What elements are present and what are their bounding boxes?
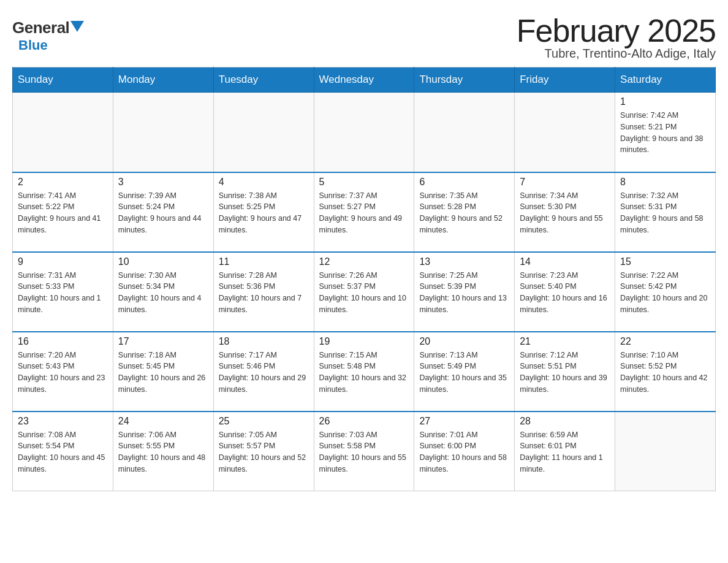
col-saturday: Saturday (615, 67, 716, 93)
table-row: 12Sunrise: 7:26 AMSunset: 5:37 PMDayligh… (314, 252, 414, 332)
table-row: 10Sunrise: 7:30 AMSunset: 5:34 PMDayligh… (113, 252, 213, 332)
day-number: 17 (118, 336, 208, 347)
day-info: Sunrise: 7:31 AMSunset: 5:33 PMDaylight:… (18, 270, 108, 316)
day-number: 1 (620, 96, 710, 107)
table-row: 13Sunrise: 7:25 AMSunset: 5:39 PMDayligh… (414, 252, 515, 332)
calendar-header-row: Sunday Monday Tuesday Wednesday Thursday… (13, 67, 716, 93)
day-info: Sunrise: 7:06 AMSunset: 5:55 PMDaylight:… (118, 429, 208, 475)
day-number: 4 (219, 177, 309, 188)
logo: General Blue (12, 12, 84, 53)
day-number: 14 (520, 256, 610, 267)
table-row (113, 93, 213, 172)
month-title: February 2025 (517, 12, 716, 49)
day-number: 13 (419, 256, 509, 267)
table-row: 18Sunrise: 7:17 AMSunset: 5:46 PMDayligh… (213, 332, 314, 412)
table-row: 14Sunrise: 7:23 AMSunset: 5:40 PMDayligh… (515, 252, 615, 332)
day-info: Sunrise: 7:03 AMSunset: 5:58 PMDaylight:… (319, 429, 409, 475)
day-info: Sunrise: 7:32 AMSunset: 5:31 PMDaylight:… (620, 190, 710, 236)
col-sunday: Sunday (13, 67, 113, 93)
table-row (414, 93, 515, 172)
table-row: 22Sunrise: 7:10 AMSunset: 5:52 PMDayligh… (615, 332, 716, 412)
day-info: Sunrise: 7:13 AMSunset: 5:49 PMDaylight:… (419, 350, 509, 396)
day-info: Sunrise: 7:12 AMSunset: 5:51 PMDaylight:… (520, 350, 610, 396)
day-number: 7 (520, 177, 610, 188)
table-row: 1Sunrise: 7:42 AMSunset: 5:21 PMDaylight… (615, 93, 716, 172)
table-row: 9Sunrise: 7:31 AMSunset: 5:33 PMDaylight… (13, 252, 113, 332)
col-tuesday: Tuesday (213, 67, 314, 93)
day-info: Sunrise: 7:30 AMSunset: 5:34 PMDaylight:… (118, 270, 208, 316)
col-wednesday: Wednesday (314, 67, 414, 93)
day-number: 24 (118, 416, 208, 427)
col-thursday: Thursday (414, 67, 515, 93)
day-number: 25 (219, 416, 309, 427)
calendar-week-row: 1Sunrise: 7:42 AMSunset: 5:21 PMDaylight… (13, 93, 716, 172)
day-number: 10 (118, 256, 208, 267)
table-row: 28Sunrise: 6:59 AMSunset: 6:01 PMDayligh… (515, 412, 615, 491)
day-info: Sunrise: 7:38 AMSunset: 5:25 PMDaylight:… (219, 190, 309, 236)
day-number: 9 (18, 256, 108, 267)
table-row: 19Sunrise: 7:15 AMSunset: 5:48 PMDayligh… (314, 332, 414, 412)
title-block: February 2025 Tubre, Trentino-Alto Adige… (517, 12, 716, 61)
table-row: 8Sunrise: 7:32 AMSunset: 5:31 PMDaylight… (615, 172, 716, 252)
table-row: 17Sunrise: 7:18 AMSunset: 5:45 PMDayligh… (113, 332, 213, 412)
calendar-table: Sunday Monday Tuesday Wednesday Thursday… (12, 67, 716, 491)
day-number: 11 (219, 256, 309, 267)
table-row (213, 93, 314, 172)
table-row: 2Sunrise: 7:41 AMSunset: 5:22 PMDaylight… (13, 172, 113, 252)
table-row: 5Sunrise: 7:37 AMSunset: 5:27 PMDaylight… (314, 172, 414, 252)
table-row (13, 93, 113, 172)
day-info: Sunrise: 7:28 AMSunset: 5:36 PMDaylight:… (219, 270, 309, 316)
table-row (615, 412, 716, 491)
calendar-week-row: 2Sunrise: 7:41 AMSunset: 5:22 PMDaylight… (13, 172, 716, 252)
col-friday: Friday (515, 67, 615, 93)
table-row: 24Sunrise: 7:06 AMSunset: 5:55 PMDayligh… (113, 412, 213, 491)
day-number: 2 (18, 177, 108, 188)
day-info: Sunrise: 7:05 AMSunset: 5:57 PMDaylight:… (219, 429, 309, 475)
table-row: 3Sunrise: 7:39 AMSunset: 5:24 PMDaylight… (113, 172, 213, 252)
day-info: Sunrise: 7:39 AMSunset: 5:24 PMDaylight:… (118, 190, 208, 236)
table-row (515, 93, 615, 172)
table-row: 23Sunrise: 7:08 AMSunset: 5:54 PMDayligh… (13, 412, 113, 491)
day-number: 28 (520, 416, 610, 427)
day-number: 27 (419, 416, 509, 427)
day-number: 16 (18, 336, 108, 347)
col-monday: Monday (113, 67, 213, 93)
day-info: Sunrise: 6:59 AMSunset: 6:01 PMDaylight:… (520, 429, 610, 475)
table-row: 7Sunrise: 7:34 AMSunset: 5:30 PMDaylight… (515, 172, 615, 252)
day-info: Sunrise: 7:25 AMSunset: 5:39 PMDaylight:… (419, 270, 509, 316)
svg-marker-0 (70, 21, 84, 32)
logo-triangle-icon (70, 21, 84, 34)
day-info: Sunrise: 7:26 AMSunset: 5:37 PMDaylight:… (319, 270, 409, 316)
table-row: 11Sunrise: 7:28 AMSunset: 5:36 PMDayligh… (213, 252, 314, 332)
day-info: Sunrise: 7:20 AMSunset: 5:43 PMDaylight:… (18, 350, 108, 396)
day-number: 3 (118, 177, 208, 188)
page-header: General Blue February 2025 Tubre, Trenti… (12, 12, 716, 61)
day-number: 12 (319, 256, 409, 267)
day-number: 26 (319, 416, 409, 427)
day-info: Sunrise: 7:35 AMSunset: 5:28 PMDaylight:… (419, 190, 509, 236)
day-info: Sunrise: 7:42 AMSunset: 5:21 PMDaylight:… (620, 110, 710, 156)
table-row: 4Sunrise: 7:38 AMSunset: 5:25 PMDaylight… (213, 172, 314, 252)
table-row: 15Sunrise: 7:22 AMSunset: 5:42 PMDayligh… (615, 252, 716, 332)
day-info: Sunrise: 7:01 AMSunset: 6:00 PMDaylight:… (419, 429, 509, 475)
table-row: 21Sunrise: 7:12 AMSunset: 5:51 PMDayligh… (515, 332, 615, 412)
table-row: 20Sunrise: 7:13 AMSunset: 5:49 PMDayligh… (414, 332, 515, 412)
day-info: Sunrise: 7:10 AMSunset: 5:52 PMDaylight:… (620, 350, 710, 396)
calendar-week-row: 16Sunrise: 7:20 AMSunset: 5:43 PMDayligh… (13, 332, 716, 412)
day-number: 5 (319, 177, 409, 188)
table-row: 6Sunrise: 7:35 AMSunset: 5:28 PMDaylight… (414, 172, 515, 252)
table-row: 16Sunrise: 7:20 AMSunset: 5:43 PMDayligh… (13, 332, 113, 412)
calendar-week-row: 23Sunrise: 7:08 AMSunset: 5:54 PMDayligh… (13, 412, 716, 491)
day-info: Sunrise: 7:17 AMSunset: 5:46 PMDaylight:… (219, 350, 309, 396)
table-row (314, 93, 414, 172)
day-number: 8 (620, 177, 710, 188)
day-info: Sunrise: 7:18 AMSunset: 5:45 PMDaylight:… (118, 350, 208, 396)
day-info: Sunrise: 7:22 AMSunset: 5:42 PMDaylight:… (620, 270, 710, 316)
day-info: Sunrise: 7:23 AMSunset: 5:40 PMDaylight:… (520, 270, 610, 316)
day-info: Sunrise: 7:34 AMSunset: 5:30 PMDaylight:… (520, 190, 610, 236)
table-row: 26Sunrise: 7:03 AMSunset: 5:58 PMDayligh… (314, 412, 414, 491)
day-info: Sunrise: 7:08 AMSunset: 5:54 PMDaylight:… (18, 429, 108, 475)
day-number: 20 (419, 336, 509, 347)
day-number: 6 (419, 177, 509, 188)
day-number: 23 (18, 416, 108, 427)
